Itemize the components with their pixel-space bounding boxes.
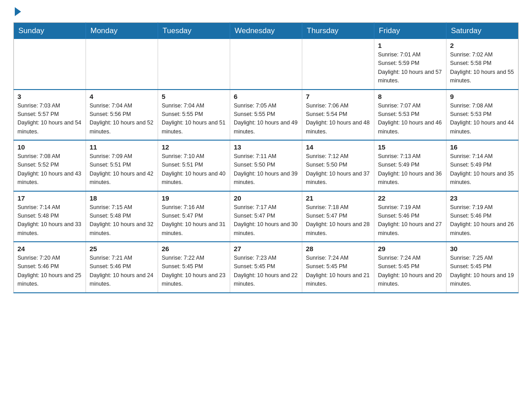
day-number: 14 xyxy=(306,143,370,151)
day-info: Sunrise: 7:16 AMSunset: 5:47 PMDaylight:… xyxy=(162,203,226,238)
calendar-cell: 17Sunrise: 7:14 AMSunset: 5:48 PMDayligh… xyxy=(14,191,86,242)
day-number: 19 xyxy=(162,194,226,202)
day-info: Sunrise: 7:02 AMSunset: 5:58 PMDaylight:… xyxy=(450,51,515,86)
calendar-cell: 20Sunrise: 7:17 AMSunset: 5:47 PMDayligh… xyxy=(230,191,302,242)
day-info: Sunrise: 7:19 AMSunset: 5:46 PMDaylight:… xyxy=(450,203,515,238)
day-info: Sunrise: 7:21 AMSunset: 5:46 PMDaylight:… xyxy=(90,254,154,289)
calendar-cell: 28Sunrise: 7:24 AMSunset: 5:45 PMDayligh… xyxy=(302,242,374,293)
header-saturday: Saturday xyxy=(446,23,519,39)
day-info: Sunrise: 7:23 AMSunset: 5:45 PMDaylight:… xyxy=(234,254,298,289)
day-number: 6 xyxy=(234,93,298,100)
logo xyxy=(13,9,21,14)
header-monday: Monday xyxy=(86,23,158,39)
day-info: Sunrise: 7:14 AMSunset: 5:49 PMDaylight:… xyxy=(450,152,515,187)
day-info: Sunrise: 7:04 AMSunset: 5:56 PMDaylight:… xyxy=(90,102,154,137)
weekday-header-row: Sunday Monday Tuesday Wednesday Thursday… xyxy=(14,23,519,39)
day-number: 16 xyxy=(450,143,515,151)
calendar-cell: 6Sunrise: 7:05 AMSunset: 5:55 PMDaylight… xyxy=(230,90,302,141)
day-number: 7 xyxy=(306,93,370,100)
calendar-cell: 26Sunrise: 7:22 AMSunset: 5:45 PMDayligh… xyxy=(158,242,230,293)
calendar-cell xyxy=(230,39,302,90)
day-number: 18 xyxy=(90,194,154,202)
calendar-week-row: 3Sunrise: 7:03 AMSunset: 5:57 PMDaylight… xyxy=(14,90,519,141)
calendar-cell: 15Sunrise: 7:13 AMSunset: 5:49 PMDayligh… xyxy=(374,140,446,191)
day-info: Sunrise: 7:25 AMSunset: 5:45 PMDaylight:… xyxy=(450,254,515,289)
day-number: 20 xyxy=(234,194,298,202)
day-info: Sunrise: 7:18 AMSunset: 5:47 PMDaylight:… xyxy=(306,203,370,238)
calendar-week-row: 24Sunrise: 7:20 AMSunset: 5:46 PMDayligh… xyxy=(14,242,519,293)
calendar-cell: 2Sunrise: 7:02 AMSunset: 5:58 PMDaylight… xyxy=(446,39,519,90)
day-info: Sunrise: 7:24 AMSunset: 5:45 PMDaylight:… xyxy=(306,254,370,289)
header xyxy=(13,9,519,14)
day-number: 26 xyxy=(162,245,226,253)
day-number: 10 xyxy=(17,143,82,151)
day-number: 23 xyxy=(450,194,515,202)
header-sunday: Sunday xyxy=(14,23,86,39)
calendar-cell: 11Sunrise: 7:09 AMSunset: 5:51 PMDayligh… xyxy=(86,140,158,191)
calendar-cell: 12Sunrise: 7:10 AMSunset: 5:51 PMDayligh… xyxy=(158,140,230,191)
calendar-cell: 7Sunrise: 7:06 AMSunset: 5:54 PMDaylight… xyxy=(302,90,374,141)
day-info: Sunrise: 7:09 AMSunset: 5:51 PMDaylight:… xyxy=(90,152,154,187)
calendar-cell: 24Sunrise: 7:20 AMSunset: 5:46 PMDayligh… xyxy=(14,242,86,293)
day-number: 12 xyxy=(162,143,226,151)
calendar-cell: 19Sunrise: 7:16 AMSunset: 5:47 PMDayligh… xyxy=(158,191,230,242)
day-info: Sunrise: 7:01 AMSunset: 5:59 PMDaylight:… xyxy=(378,51,442,86)
day-number: 3 xyxy=(17,93,82,100)
header-tuesday: Tuesday xyxy=(158,23,230,39)
header-friday: Friday xyxy=(374,23,446,39)
day-number: 27 xyxy=(234,245,298,253)
day-info: Sunrise: 7:07 AMSunset: 5:53 PMDaylight:… xyxy=(378,102,442,137)
day-info: Sunrise: 7:03 AMSunset: 5:57 PMDaylight:… xyxy=(17,102,82,137)
day-info: Sunrise: 7:10 AMSunset: 5:51 PMDaylight:… xyxy=(162,152,226,187)
day-number: 8 xyxy=(378,93,442,100)
day-number: 21 xyxy=(306,194,370,202)
calendar-cell: 21Sunrise: 7:18 AMSunset: 5:47 PMDayligh… xyxy=(302,191,374,242)
calendar-week-row: 10Sunrise: 7:08 AMSunset: 5:52 PMDayligh… xyxy=(14,140,519,191)
header-thursday: Thursday xyxy=(302,23,374,39)
calendar-cell: 29Sunrise: 7:24 AMSunset: 5:45 PMDayligh… xyxy=(374,242,446,293)
day-info: Sunrise: 7:08 AMSunset: 5:53 PMDaylight:… xyxy=(450,102,515,137)
day-number: 17 xyxy=(17,194,82,202)
day-number: 9 xyxy=(450,93,515,100)
day-info: Sunrise: 7:12 AMSunset: 5:50 PMDaylight:… xyxy=(306,152,370,187)
day-info: Sunrise: 7:05 AMSunset: 5:55 PMDaylight:… xyxy=(234,102,298,137)
day-info: Sunrise: 7:19 AMSunset: 5:46 PMDaylight:… xyxy=(378,203,442,238)
day-info: Sunrise: 7:14 AMSunset: 5:48 PMDaylight:… xyxy=(17,203,82,238)
calendar-cell: 13Sunrise: 7:11 AMSunset: 5:50 PMDayligh… xyxy=(230,140,302,191)
logo-arrow-icon xyxy=(15,7,21,16)
calendar-cell: 4Sunrise: 7:04 AMSunset: 5:56 PMDaylight… xyxy=(86,90,158,141)
calendar-cell: 16Sunrise: 7:14 AMSunset: 5:49 PMDayligh… xyxy=(446,140,519,191)
calendar-cell: 14Sunrise: 7:12 AMSunset: 5:50 PMDayligh… xyxy=(302,140,374,191)
day-info: Sunrise: 7:24 AMSunset: 5:45 PMDaylight:… xyxy=(378,254,442,289)
day-number: 25 xyxy=(90,245,154,253)
calendar-cell: 30Sunrise: 7:25 AMSunset: 5:45 PMDayligh… xyxy=(446,242,519,293)
day-number: 28 xyxy=(306,245,370,253)
day-number: 30 xyxy=(450,245,515,253)
calendar-cell xyxy=(86,39,158,90)
day-info: Sunrise: 7:08 AMSunset: 5:52 PMDaylight:… xyxy=(17,152,82,187)
day-number: 29 xyxy=(378,245,442,253)
calendar-week-row: 17Sunrise: 7:14 AMSunset: 5:48 PMDayligh… xyxy=(14,191,519,242)
calendar-cell: 25Sunrise: 7:21 AMSunset: 5:46 PMDayligh… xyxy=(86,242,158,293)
day-number: 11 xyxy=(90,143,154,151)
calendar-cell: 8Sunrise: 7:07 AMSunset: 5:53 PMDaylight… xyxy=(374,90,446,141)
header-wednesday: Wednesday xyxy=(230,23,302,39)
day-number: 22 xyxy=(378,194,442,202)
calendar-cell: 18Sunrise: 7:15 AMSunset: 5:48 PMDayligh… xyxy=(86,191,158,242)
calendar-cell: 10Sunrise: 7:08 AMSunset: 5:52 PMDayligh… xyxy=(14,140,86,191)
calendar-cell: 22Sunrise: 7:19 AMSunset: 5:46 PMDayligh… xyxy=(374,191,446,242)
day-info: Sunrise: 7:22 AMSunset: 5:45 PMDaylight:… xyxy=(162,254,226,289)
calendar-cell: 3Sunrise: 7:03 AMSunset: 5:57 PMDaylight… xyxy=(14,90,86,141)
calendar-cell xyxy=(14,39,86,90)
day-number: 13 xyxy=(234,143,298,151)
calendar-cell xyxy=(158,39,230,90)
day-info: Sunrise: 7:04 AMSunset: 5:55 PMDaylight:… xyxy=(162,102,226,137)
day-number: 4 xyxy=(90,93,154,100)
day-number: 15 xyxy=(378,143,442,151)
calendar-cell: 5Sunrise: 7:04 AMSunset: 5:55 PMDaylight… xyxy=(158,90,230,141)
calendar-table: Sunday Monday Tuesday Wednesday Thursday… xyxy=(13,22,519,293)
day-info: Sunrise: 7:20 AMSunset: 5:46 PMDaylight:… xyxy=(17,254,82,289)
day-number: 1 xyxy=(378,42,442,49)
calendar-week-row: 1Sunrise: 7:01 AMSunset: 5:59 PMDaylight… xyxy=(14,39,519,90)
day-number: 24 xyxy=(17,245,82,253)
